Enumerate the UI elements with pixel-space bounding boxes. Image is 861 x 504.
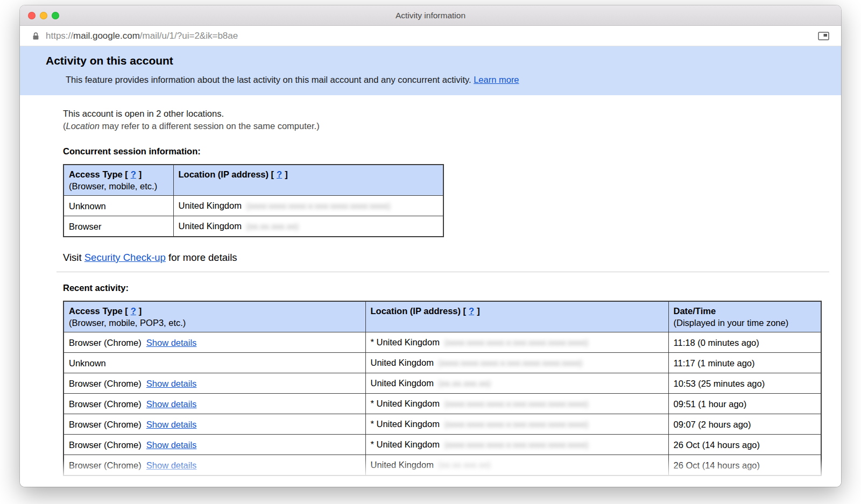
datetime-cell: 26 Oct (14 hours ago) [668,455,821,476]
table-row: Unknown United Kingdom(xxxx:xxxx:xxxx:x:… [63,353,821,373]
access-type-cell: Browser [63,216,173,237]
ip-redacted: (xxxx:xxxx:xxxx:x:xxx:xxxx:xxxx:xxxx) [439,358,583,367]
ip-redacted: (xxxx:xxxx:xxxx:x:xxx:xxxx:xxxx:xxxx) [444,338,589,347]
access-type-help-link[interactable]: ? [131,306,136,316]
ip-redacted: (xxxx:xxxx:xxxx:x:xxx:xxxx:xxxx:xxxx) [444,420,589,429]
datetime-cell: 11:18 (0 minutes ago) [668,332,821,353]
location-cell: * United Kingdom(xxxx:xxxx:xxxx:x:xxx:xx… [365,435,668,455]
banner-description-text: This feature provides information about … [66,75,471,84]
datetime-cell: 26 Oct (14 hours ago) [668,435,821,455]
location-help-link[interactable]: ? [469,306,474,316]
address-bar[interactable]: https://mail.google.com/mail/u/1/?ui=2&i… [20,26,841,46]
location-column-header: Location (IP address) [?] [365,301,668,332]
access-type-cell: Browser (Chrome)Show details [63,435,365,455]
access-type-column-header: Access Type [?] (Browser, mobile, POP3, … [63,301,365,332]
traffic-lights [20,12,59,19]
ip-redacted: (xxxx:xxxx:xxxx:x:xxx:xxxx:xxxx:xxxx) [246,201,391,210]
location-cell: United Kingdom(xx.xx.xxx.xx) [173,216,443,237]
window-titlebar: Activity information [20,5,841,26]
access-type-cell: Unknown [63,196,173,216]
table-row: Browser (Chrome)Show details * United Ki… [63,414,821,435]
main-content: This account is open in 2 other location… [20,108,841,476]
datetime-cell: 11:17 (1 minute ago) [668,353,821,373]
window-title: Activity information [20,11,841,20]
access-type-cell: Browser (Chrome)Show details [63,455,365,476]
table-row: Browser (Chrome)Show details United King… [63,455,821,476]
location-cell: * United Kingdom(xxxx:xxxx:xxxx:x:xxx:xx… [365,414,668,435]
access-type-subtitle: (Browser, mobile, etc.) [69,180,168,192]
activity-banner: Activity on this account This feature pr… [20,46,841,95]
show-details-link[interactable]: Show details [146,379,197,388]
browser-window: Activity information https://mail.google… [20,5,841,487]
page-title: Activity on this account [46,54,841,67]
banner-description: This feature provides information about … [66,75,841,85]
concurrent-session-heading: Concurrent session information: [63,146,821,157]
concurrent-session-table: Access Type [?] (Browser, mobile, etc.) … [63,164,444,237]
location-help-link[interactable]: ? [277,169,282,179]
security-checkup-line: Visit Security Check-up for more details [63,252,821,264]
zoom-button[interactable] [52,12,59,19]
ip-redacted: (xx.xx.xxx.xx) [439,460,491,470]
minimize-button[interactable] [40,12,47,19]
access-type-cell: Browser (Chrome)Show details [63,414,365,435]
location-note-italic: Location [66,121,100,131]
close-button[interactable] [28,12,36,19]
access-type-cell: Browser (Chrome)Show details [63,394,365,414]
access-type-help-link[interactable]: ? [131,169,136,179]
url-scheme: https:// [46,31,73,41]
location-cell: United Kingdom(xx.xx.xxx.xx) [365,455,668,476]
url-text: https://mail.google.com/mail/u/1/?ui=2&i… [46,31,238,41]
divider [57,272,829,272]
table-row: Browser United Kingdom(xx.xx.xxx.xx) [63,216,443,237]
show-details-link[interactable]: Show details [146,338,197,347]
url-domain: mail.google.com [73,31,140,41]
location-column-header: Location (IP address) [?] [173,165,443,196]
access-type-cell: Unknown [63,353,365,373]
learn-more-link[interactable]: Learn more [474,75,519,84]
datetime-cell: 09:51 (1 hour ago) [668,394,821,414]
datetime-column-header: Date/Time (Displayed in your time zone) [668,301,821,332]
table-row: Browser (Chrome)Show details * United Ki… [63,435,821,455]
security-checkup-link[interactable]: Security Check-up [84,252,166,263]
access-type-column-header: Access Type [?] (Browser, mobile, etc.) [63,165,173,196]
ip-redacted: (xx.xx.xxx.xx) [439,379,491,388]
location-cell: United Kingdom(xxxx:xxxx:xxxx:x:xxx:xxxx… [365,353,668,373]
location-cell: * United Kingdom(xxxx:xxxx:xxxx:x:xxx:xx… [365,332,668,353]
url-path: /mail/u/1/?ui=2&ik=b8ae [140,31,238,41]
table-row: Unknown United Kingdom(xxxx:xxxx:xxxx:x:… [63,196,443,216]
show-details-link[interactable]: Show details [146,399,197,409]
show-details-link[interactable]: Show details [146,420,197,429]
location-cell: United Kingdom(xxxx:xxxx:xxxx:x:xxx:xxxx… [173,196,443,216]
open-locations-text: This account is open in 2 other location… [63,108,821,120]
location-note: (Location may refer to a different sessi… [63,120,821,132]
table-row: Browser (Chrome)Show details * United Ki… [63,394,821,414]
open-in-window-icon[interactable] [818,32,829,40]
table-row: Browser (Chrome)Show details * United Ki… [63,332,821,353]
datetime-cell: 10:53 (25 minutes ago) [668,373,821,394]
access-type-cell: Browser (Chrome)Show details [63,332,365,353]
access-type-subtitle: (Browser, mobile, POP3, etc.) [69,317,361,329]
table-row: Browser (Chrome)Show details United King… [63,373,821,394]
location-cell: * United Kingdom(xxxx:xxxx:xxxx:x:xxx:xx… [365,394,668,414]
lock-icon [32,32,39,40]
show-details-link[interactable]: Show details [146,460,197,470]
datetime-cell: 09:07 (2 hours ago) [668,414,821,435]
show-details-link[interactable]: Show details [146,440,197,450]
ip-redacted: (xx.xx.xxx.xx) [246,222,299,231]
table-header-row: Access Type [?] (Browser, mobile, POP3, … [63,301,821,332]
table-header-row: Access Type [?] (Browser, mobile, etc.) … [63,165,443,196]
recent-activity-heading: Recent activity: [63,283,821,293]
location-cell: United Kingdom(xx.xx.xxx.xx) [365,373,668,394]
datetime-subtitle: (Displayed in your time zone) [674,317,816,329]
ip-redacted: (xxxx:xxxx:xxxx:x:xxx:xxxx:xxxx:xxxx) [444,399,589,408]
recent-activity-table: Access Type [?] (Browser, mobile, POP3, … [63,301,822,476]
access-type-cell: Browser (Chrome)Show details [63,373,365,394]
ip-redacted: (xxxx:xxxx:xxxx:x:xxx:xxxx:xxxx:xxxx) [444,440,589,449]
